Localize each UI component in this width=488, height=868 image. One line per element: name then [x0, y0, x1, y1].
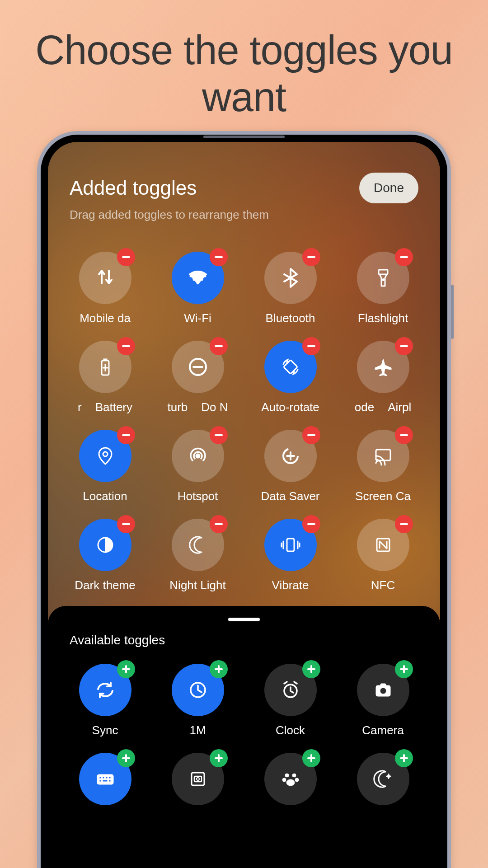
toggle-label: Dark theme: [75, 578, 135, 592]
add-toggle-button[interactable]: [395, 749, 413, 767]
remove-toggle-button[interactable]: [210, 337, 228, 355]
add-toggle-button[interactable]: [117, 660, 135, 678]
page-headline: Choose the toggles you want: [0, 27, 488, 121]
add-toggle-button[interactable]: [302, 749, 320, 767]
toggle-alarm[interactable]: [264, 664, 317, 716]
remove-toggle-button[interactable]: [302, 515, 320, 533]
available-panel[interactable]: Available toggles Sync1MClockCamera: [48, 606, 440, 868]
toggle-tile: Dark theme: [66, 519, 144, 592]
toggle-tile: Auto-rotate: [251, 341, 329, 414]
remove-toggle-button[interactable]: [210, 426, 228, 444]
phone-frame: Added toggles Done Drag added toggles to…: [37, 131, 451, 868]
toggle-datasaver[interactable]: [264, 430, 317, 482]
phone-speaker: [203, 136, 285, 138]
toggle-label-extra: r: [78, 400, 82, 414]
toggle-label-extra: ode: [355, 400, 374, 414]
remove-toggle-button[interactable]: [302, 337, 320, 355]
toggle-tile: Screen Ca: [344, 430, 422, 503]
remove-toggle-button[interactable]: [117, 337, 135, 355]
toggle-label: Do N: [201, 400, 228, 414]
remove-toggle-button[interactable]: [395, 248, 413, 266]
toggle-tile: [251, 753, 329, 812]
toggle-paw[interactable]: [264, 753, 317, 805]
toggle-dark[interactable]: [79, 519, 131, 571]
available-toggles-title: Available toggles: [48, 633, 440, 652]
toggle-screenshot[interactable]: [172, 753, 224, 805]
available-toggles-grid: Sync1MClockCamera: [48, 652, 440, 826]
toggle-tile: odeAirpl: [344, 341, 422, 414]
toggle-tile: Clock: [251, 664, 329, 737]
toggle-bluetooth[interactable]: [264, 252, 317, 304]
added-toggles-title: Added toggles: [70, 177, 197, 199]
toggle-sync[interactable]: [79, 664, 131, 716]
remove-toggle-button[interactable]: [302, 248, 320, 266]
toggle-label: Flashlight: [358, 311, 408, 325]
toggle-rotate[interactable]: [264, 341, 317, 393]
toggle-label: Camera: [362, 723, 404, 737]
toggle-vibrate[interactable]: [264, 519, 317, 571]
toggle-tile: Location: [66, 430, 144, 503]
remove-toggle-button[interactable]: [210, 248, 228, 266]
remove-toggle-button[interactable]: [117, 515, 135, 533]
toggle-tile: NFC: [344, 519, 422, 592]
toggle-moon[interactable]: [172, 519, 224, 571]
toggle-location[interactable]: [79, 430, 131, 482]
toggle-battery[interactable]: [79, 341, 131, 393]
toggle-label: 1M: [189, 723, 206, 737]
done-button[interactable]: Done: [359, 173, 418, 203]
toggle-hotspot[interactable]: [172, 430, 224, 482]
toggle-label: Wi-Fi: [184, 311, 211, 325]
toggle-cast[interactable]: [357, 430, 409, 482]
phone-side-button: [451, 285, 454, 339]
remove-toggle-button[interactable]: [395, 337, 413, 355]
added-toggles-subtitle: Drag added toggles to rearrange them: [70, 208, 418, 222]
phone-screen: Added toggles Done Drag added toggles to…: [48, 142, 440, 868]
add-toggle-button[interactable]: [210, 749, 228, 767]
toggle-label: Clock: [276, 723, 305, 737]
toggle-tile: [344, 753, 422, 812]
toggle-tile: Camera: [344, 664, 422, 737]
toggle-camera[interactable]: [357, 664, 409, 716]
toggle-wifi[interactable]: [172, 252, 224, 304]
toggle-airplane[interactable]: [357, 341, 409, 393]
toggle-tile: Hotspot: [159, 430, 237, 503]
toggle-label: Airpl: [388, 400, 411, 414]
toggle-dnd[interactable]: [172, 341, 224, 393]
toggle-tile: Flashlight: [344, 252, 422, 325]
toggle-label: Sync: [92, 723, 118, 737]
toggle-label: Night Light: [169, 578, 225, 592]
toggle-label: Vibrate: [272, 578, 309, 592]
toggle-label: Data Saver: [261, 489, 319, 503]
add-toggle-button[interactable]: [395, 660, 413, 678]
drag-handle[interactable]: [228, 618, 260, 621]
toggle-keyboard[interactable]: [79, 753, 131, 805]
toggle-nfc[interactable]: [357, 519, 409, 571]
toggle-tile: Vibrate: [251, 519, 329, 592]
add-toggle-button[interactable]: [210, 660, 228, 678]
remove-toggle-button[interactable]: [395, 426, 413, 444]
toggle-label: Screen Ca: [355, 489, 411, 503]
toggle-tile: Night Light: [159, 519, 237, 592]
toggle-bedtime[interactable]: [357, 753, 409, 805]
toggle-label: Location: [83, 489, 127, 503]
toggle-label: Hotspot: [178, 489, 218, 503]
toggle-tile: Mobile da: [66, 252, 144, 325]
remove-toggle-button[interactable]: [117, 426, 135, 444]
toggle-label-extra: turb: [167, 400, 188, 414]
toggle-tile: [159, 753, 237, 812]
toggle-tile: rBattery: [66, 341, 144, 414]
remove-toggle-button[interactable]: [302, 426, 320, 444]
toggle-updown[interactable]: [79, 252, 131, 304]
remove-toggle-button[interactable]: [117, 248, 135, 266]
toggle-flashlight[interactable]: [357, 252, 409, 304]
toggle-tile: Sync: [66, 664, 144, 737]
toggle-clock[interactable]: [172, 664, 224, 716]
remove-toggle-button[interactable]: [210, 515, 228, 533]
toggle-tile: Bluetooth: [251, 252, 329, 325]
toggle-label: NFC: [371, 578, 395, 592]
add-toggle-button[interactable]: [302, 660, 320, 678]
toggle-label: Battery: [95, 400, 132, 414]
added-toggles-grid: Mobile daWi-FiBluetoothFlashlightrBatter…: [48, 235, 440, 606]
add-toggle-button[interactable]: [117, 749, 135, 767]
remove-toggle-button[interactable]: [395, 515, 413, 533]
